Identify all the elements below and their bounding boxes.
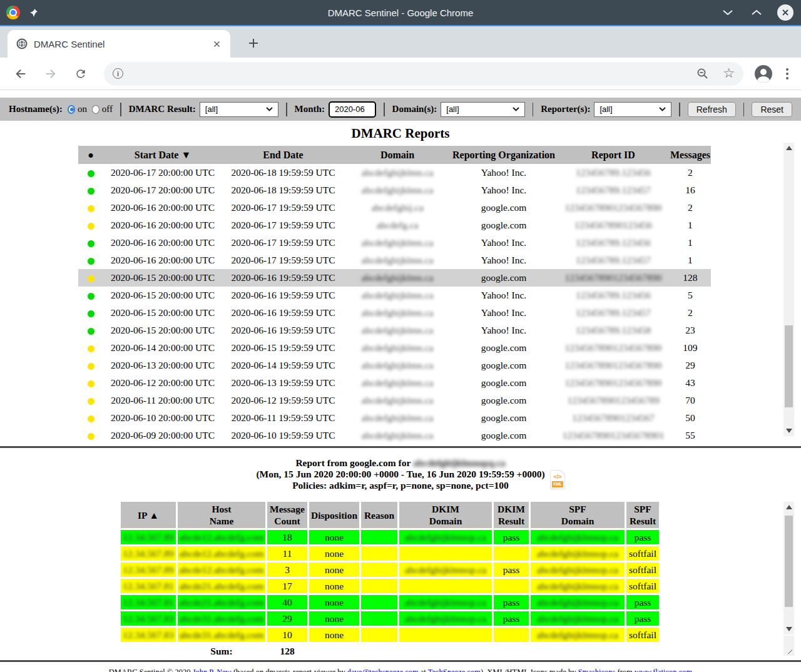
- divider: [384, 103, 385, 116]
- scrollbar-thumb[interactable]: [785, 516, 793, 607]
- status-dot-icon: [88, 258, 94, 265]
- profile-avatar[interactable]: [755, 65, 772, 83]
- footer-link[interactable]: dave@techsneeze.com: [347, 668, 419, 672]
- spf-domain-cell: abcdefghijklmnop.ca: [531, 611, 625, 626]
- report-detail-header: Report from google.com for abcdefghijklm…: [0, 457, 801, 491]
- detail-row: 12.34.567.89 abcde12.abcdefg.com 11 none…: [121, 546, 659, 561]
- report-row[interactable]: 2020-06-15 20:00:00 UTC 2020-06-16 19:59…: [78, 269, 711, 287]
- report-row[interactable]: 2020-06-15 20:00:00 UTC 2020-06-16 19:59…: [78, 287, 711, 304]
- reporting-org-cell: google.com: [451, 427, 557, 444]
- status-dot-icon: [88, 345, 94, 352]
- sum-label: Sum:: [178, 644, 265, 658]
- window-minimize-icon[interactable]: [720, 4, 736, 21]
- report-id-cell: 123456789.123457: [557, 181, 670, 199]
- start-date-cell: 2020-06-16 20:00:00 UTC: [103, 216, 222, 234]
- scrollbar-thumb[interactable]: [785, 325, 793, 407]
- col-spf-domain[interactable]: SPF Domain: [531, 502, 625, 528]
- window-maximize-icon[interactable]: [748, 4, 765, 21]
- col-ip[interactable]: IP ▲: [121, 502, 176, 528]
- report-id-cell: 123456789.123457: [557, 252, 670, 269]
- scroll-down-icon[interactable]: [783, 624, 794, 634]
- reporters-select[interactable]: [all]: [594, 102, 671, 117]
- bookmark-star-icon[interactable]: ☆: [723, 67, 735, 80]
- menu-kebab-icon[interactable]: [786, 68, 788, 79]
- refresh-button[interactable]: Refresh: [688, 102, 736, 117]
- col-host-name[interactable]: Host Name: [178, 502, 265, 528]
- col-domain[interactable]: Domain: [344, 146, 451, 164]
- hostnames-on-radio[interactable]: [68, 105, 75, 114]
- report-row[interactable]: 2020-06-16 20:00:00 UTC 2020-06-17 19:59…: [78, 252, 711, 269]
- col-spf-result[interactable]: SPF Result: [626, 502, 659, 528]
- detail-row: 12.34.567.83 abcde31.abcdefg.com 10 none…: [121, 628, 659, 642]
- scroll-down-icon[interactable]: [783, 425, 794, 436]
- col-message-count[interactable]: Message Count: [267, 502, 307, 528]
- report-row[interactable]: 2020-06-13 20:00:00 UTC 2020-06-14 19:59…: [78, 357, 711, 374]
- domains-select[interactable]: [all]: [441, 102, 524, 117]
- report-row[interactable]: 2020-06-10 20:00:00 UTC 2020-06-11 19:59…: [78, 409, 711, 427]
- reload-icon[interactable]: [73, 66, 89, 82]
- col-dkim-result[interactable]: DKIM Result: [494, 502, 529, 528]
- hostnames-off-radio[interactable]: [92, 105, 99, 114]
- report-row[interactable]: 2020-06-16 20:00:00 UTC 2020-06-17 19:59…: [78, 199, 711, 216]
- tab-close-icon[interactable]: [210, 38, 223, 50]
- footer-link[interactable]: Smashicons: [578, 668, 616, 672]
- new-tab-button[interactable]: [244, 34, 263, 53]
- col-messages[interactable]: Messages: [670, 146, 711, 164]
- scroll-up-icon[interactable]: [783, 502, 794, 512]
- report-row[interactable]: 2020-06-15 20:00:00 UTC 2020-06-16 19:59…: [78, 322, 711, 339]
- dkim-result-cell: pass: [494, 611, 529, 626]
- zoom-icon[interactable]: [696, 68, 709, 80]
- col-reason[interactable]: Reason: [361, 502, 397, 528]
- resize-grip[interactable]: [783, 636, 794, 656]
- report-row[interactable]: 2020-06-14 20:00:00 UTC 2020-06-15 19:59…: [78, 339, 711, 357]
- reporting-org-cell: Yahoo! Inc.: [451, 322, 557, 339]
- report-row[interactable]: 2020-06-16 20:00:00 UTC 2020-06-17 19:59…: [78, 216, 711, 234]
- reporting-org-cell: google.com: [451, 339, 557, 357]
- forward-icon[interactable]: [43, 66, 59, 82]
- spf-domain-cell: abcdefghijklmnop.ca: [531, 563, 625, 577]
- status-dot-icon: [88, 205, 94, 212]
- col-reporting-org[interactable]: Reporting Organization: [451, 146, 557, 164]
- report-row[interactable]: 2020-06-16 20:00:00 UTC 2020-06-17 19:59…: [78, 234, 711, 252]
- status-dot-icon: [88, 328, 94, 335]
- report-row[interactable]: 2020-06-17 20:00:00 UTC 2020-06-18 19:59…: [78, 181, 711, 199]
- spf-result-cell: pass: [626, 595, 659, 609]
- end-date-cell: 2020-06-17 19:59:59 UTC: [222, 216, 344, 234]
- report-row[interactable]: 2020-06-09 20:00:00 UTC 2020-06-10 19:59…: [78, 427, 711, 444]
- footer-link[interactable]: TechSneeze.com: [428, 668, 481, 672]
- divider: [743, 103, 745, 116]
- disposition-cell: none: [309, 595, 359, 609]
- window-close-icon[interactable]: [777, 4, 793, 21]
- spf-domain-cell: abcdefghijklmnop.ca: [531, 595, 625, 609]
- footer-link[interactable]: www.flaticon.com: [635, 668, 692, 672]
- dkim-result-cell: [494, 546, 529, 561]
- col-start-date[interactable]: Start Date ▼: [103, 146, 222, 164]
- reset-button[interactable]: Reset: [752, 102, 792, 117]
- messages-cell: 128: [670, 269, 711, 287]
- tab-dmarc-sentinel[interactable]: DMARC Sentinel: [8, 30, 230, 58]
- xml-file-icon[interactable]: </> XML: [550, 470, 565, 489]
- info-icon[interactable]: i: [113, 68, 123, 79]
- detail-row: 12.34.567.89 abcde12.abcdefg.com 3 none …: [121, 563, 659, 577]
- col-disposition[interactable]: Disposition: [309, 502, 359, 528]
- col-report-id[interactable]: Report ID: [557, 146, 670, 164]
- report-row[interactable]: 2020-06-11 20:00:00 UTC 2020-06-12 19:59…: [78, 392, 711, 409]
- reporting-org-cell: Yahoo! Inc.: [451, 304, 557, 322]
- start-date-cell: 2020-06-15 20:00:00 UTC: [103, 322, 222, 339]
- report-id-cell: 12345678901234567890: [557, 199, 670, 216]
- report-row[interactable]: 2020-06-17 20:00:00 UTC 2020-06-18 19:59…: [78, 164, 711, 181]
- footer-link[interactable]: John P. New: [193, 668, 232, 672]
- messages-cell: 5: [670, 287, 711, 304]
- report-row[interactable]: 2020-06-15 20:00:00 UTC 2020-06-16 19:59…: [78, 304, 711, 322]
- dmarc-result-select[interactable]: [all]: [200, 102, 278, 117]
- dkim-domain-cell: abcdefghijklmnop.ca: [399, 595, 492, 609]
- divider: [679, 103, 680, 116]
- month-select[interactable]: 2020-06: [329, 101, 376, 118]
- report-id-cell: 1234567890123456789: [557, 392, 670, 409]
- address-bar[interactable]: i ☆: [104, 62, 743, 86]
- col-dkim-domain[interactable]: DKIM Domain: [399, 502, 492, 528]
- scroll-up-icon[interactable]: [783, 143, 794, 153]
- report-row[interactable]: 2020-06-12 20:00:00 UTC 2020-06-13 19:59…: [78, 374, 711, 392]
- col-end-date[interactable]: End Date: [222, 146, 344, 164]
- back-icon[interactable]: [13, 66, 29, 82]
